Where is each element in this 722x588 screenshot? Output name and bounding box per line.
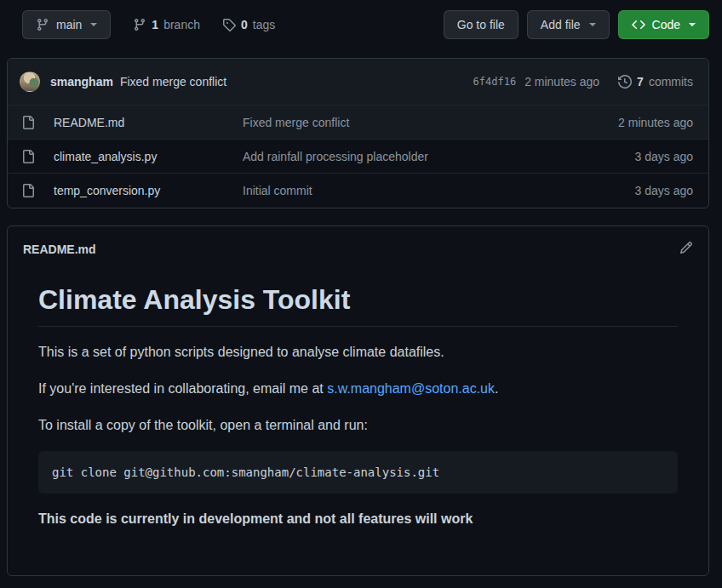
git-branch-icon (133, 18, 146, 31)
file-row-temp-conversion[interactable]: temp_conversion.py Initial commit 3 days… (8, 174, 708, 208)
commit-author-link[interactable]: smangham (50, 75, 113, 88)
readme-box: README.md Climate Analysis Toolkit This … (7, 225, 709, 576)
file-name-link[interactable]: climate_analysis.py (54, 150, 243, 163)
chevron-down-icon (589, 23, 596, 26)
code-button-label: Code (652, 18, 680, 31)
code-button[interactable]: Code (618, 10, 709, 39)
commits-label: commits (649, 75, 693, 88)
readme-header: README.md (8, 226, 708, 262)
file-commit-message-link[interactable]: Initial commit (243, 184, 635, 197)
current-branch-label: main (56, 18, 82, 31)
commit-timestamp: 2 minutes ago (524, 75, 599, 88)
readme-heading: Climate Analysis Toolkit (38, 284, 678, 327)
readme-paragraph-install: To install a copy of the toolkit, open a… (38, 415, 678, 437)
latest-commit-bar: smangham Fixed merge conflict 6f4df16 2 … (8, 59, 708, 106)
add-file-button[interactable]: Add file (527, 10, 610, 39)
branch-count[interactable]: 1 branch (133, 18, 200, 31)
commit-message-link[interactable]: Fixed merge conflict (120, 75, 226, 88)
go-to-file-button[interactable]: Go to file (444, 10, 519, 39)
tag-count[interactable]: 0 tags (222, 18, 275, 31)
file-commit-time: 2 minutes ago (618, 116, 693, 129)
commit-history-link[interactable]: 7 commits (618, 75, 693, 88)
file-row-readme[interactable]: README.md Fixed merge conflict 2 minutes… (8, 106, 708, 140)
email-link[interactable]: s.w.mangham@soton.ac.uk (327, 381, 495, 396)
chevron-down-icon (689, 23, 696, 26)
commit-hash-link[interactable]: 6f4df16 (473, 76, 517, 88)
git-clone-code-block: git clone git@github.com:smangham/climat… (38, 451, 678, 494)
tag-count-label: tags (253, 18, 275, 31)
contact-text-before: If you're interested in collaborating, e… (38, 381, 327, 396)
file-icon (21, 184, 35, 197)
git-branch-icon (36, 18, 49, 31)
readme-filename[interactable]: README.md (23, 243, 96, 256)
readme-paragraph-contact: If you're interested in collaborating, e… (38, 379, 678, 400)
add-file-label: Add file (541, 18, 581, 31)
file-row-climate-analysis[interactable]: climate_analysis.py Add rainfall process… (8, 140, 708, 174)
branch-count-number: 1 (152, 18, 158, 31)
file-commit-message-link[interactable]: Fixed merge conflict (243, 116, 618, 129)
file-name-link[interactable]: temp_conversion.py (54, 184, 243, 197)
commits-count: 7 (637, 75, 644, 88)
chevron-down-icon (90, 23, 97, 26)
file-icon (21, 150, 35, 163)
readme-content: Climate Analysis Toolkit This is a set o… (8, 262, 708, 573)
files-box: smangham Fixed merge conflict 6f4df16 2 … (7, 58, 709, 208)
history-clock-icon (618, 75, 632, 88)
pencil-icon (679, 241, 693, 254)
file-commit-time: 3 days ago (635, 184, 694, 197)
file-icon (21, 116, 35, 129)
edit-readme-button[interactable] (679, 241, 693, 257)
file-commit-time: 3 days ago (635, 150, 694, 163)
file-commit-message-link[interactable]: Add rainfall processing placeholder (243, 150, 635, 163)
contact-text-after: . (495, 381, 498, 396)
tag-icon (222, 18, 236, 31)
commit-meta: 6f4df16 2 minutes ago 7 commits (473, 75, 693, 88)
avatar[interactable] (20, 71, 40, 92)
readme-paragraph-intro: This is a set of python scripts designed… (38, 342, 678, 363)
repo-toolbar: main 1 branch 0 tags Go to file Add file… (0, 0, 722, 39)
toolbar-actions: Go to file Add file Code (444, 10, 709, 39)
branch-count-label: branch (163, 18, 200, 31)
code-brackets-icon (632, 18, 645, 31)
tag-count-number: 0 (241, 18, 248, 31)
file-name-link[interactable]: README.md (54, 116, 243, 129)
readme-dev-warning: This code is currently in development an… (38, 509, 678, 530)
branch-selector-button[interactable]: main (22, 10, 111, 39)
